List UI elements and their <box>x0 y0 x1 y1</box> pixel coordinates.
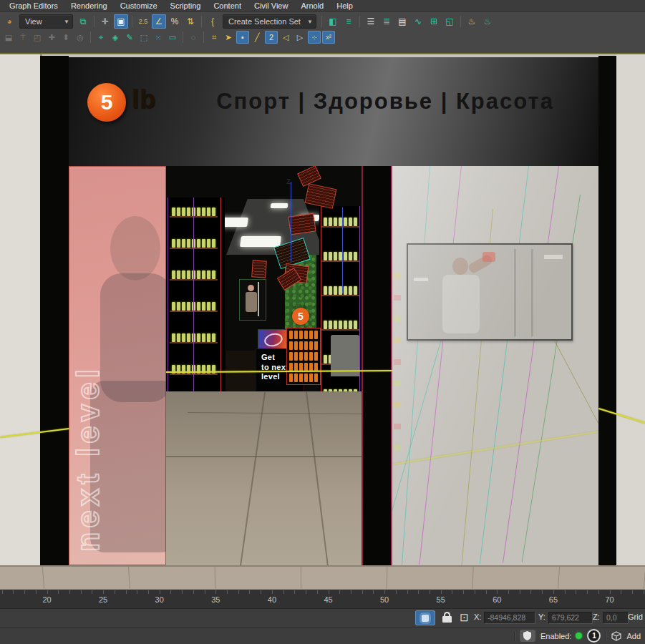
add-label[interactable]: Add <box>626 632 641 640</box>
product-bottle <box>177 302 180 311</box>
frame-label: 55 <box>437 595 445 604</box>
toolbar-separator <box>359 16 360 27</box>
product-bottle <box>329 321 332 329</box>
menu-item-civil-view[interactable]: Civil View <box>248 0 294 11</box>
render-iterative-icon[interactable]: ♨ <box>480 14 495 29</box>
toolbar-separator <box>321 16 322 27</box>
y-coord-field[interactable]: 679,622 <box>548 612 593 624</box>
edge-snap-icon[interactable]: ╱ <box>251 31 263 44</box>
menu-item-scripting[interactable]: Scripting <box>164 0 208 11</box>
snap-marker-icon[interactable]: ⌖ <box>94 31 107 44</box>
product-bottle <box>212 302 215 311</box>
crate[interactable] <box>251 260 267 278</box>
bind-icon[interactable]: ⬍ <box>59 31 72 44</box>
frame-tick <box>587 590 588 594</box>
product-bottle <box>314 352 318 361</box>
align-icon[interactable]: ≡ <box>341 14 356 29</box>
product-bottle <box>197 302 200 311</box>
z-coord-field[interactable]: 0,0 <box>603 612 629 624</box>
snaps-toggle-icon[interactable]: 2.5 <box>136 14 150 29</box>
crate[interactable] <box>305 183 337 209</box>
angle-snap-icon[interactable]: ∠ <box>152 14 166 29</box>
use-center-icon[interactable]: ⧉ <box>76 14 90 29</box>
circle-dots-icon[interactable]: ◌ <box>187 31 200 44</box>
curve-editor-icon[interactable]: ∿ <box>411 14 425 29</box>
spinner-snap-icon[interactable]: ⇅ <box>183 14 198 29</box>
schematic-view-icon[interactable]: ⊞ <box>427 14 441 29</box>
product-bottle <box>329 286 332 295</box>
region-select-icon[interactable]: ⬚ <box>137 31 150 44</box>
normal-snap-icon[interactable]: ◁ <box>279 31 292 44</box>
crate[interactable] <box>288 213 316 235</box>
layer-explorer-icon[interactable]: ☰ <box>364 14 378 29</box>
scene-explorer-icon[interactable]: ≣ <box>379 14 394 29</box>
midpoint-snap-icon[interactable]: 2 <box>265 31 278 44</box>
selection-lock-icon[interactable] <box>442 612 452 623</box>
menu-item-content[interactable]: Content <box>207 0 248 11</box>
mirror-icon[interactable]: ◧ <box>326 14 340 29</box>
frame-tick <box>632 590 633 594</box>
material-editor-icon[interactable]: ◱ <box>442 14 457 29</box>
link-icon[interactable]: ✚ <box>45 31 58 44</box>
product-bottle <box>309 331 313 339</box>
frame-tick <box>418 590 419 594</box>
isolate-selection-button[interactable] <box>415 610 435 625</box>
menu-item-rendering[interactable]: Rendering <box>64 0 114 11</box>
dots-grid-icon[interactable]: ⁙ <box>152 31 165 44</box>
snap-gizmo-icon[interactable]: ◈ <box>109 31 122 44</box>
frame-label: 65 <box>549 595 558 604</box>
frame-tick <box>36 590 37 594</box>
paint-select-icon[interactable]: ✎ <box>123 31 136 44</box>
product-bottle <box>299 374 303 382</box>
render-setup-icon[interactable]: ♨ <box>465 14 479 29</box>
hierarchy-icon[interactable]: ◰ <box>31 31 44 44</box>
notification-badge[interactable]: 1 <box>587 629 601 643</box>
product-bottle <box>182 302 185 311</box>
poster-text: Get to next level <box>70 166 106 565</box>
security-shield-icon[interactable] <box>520 630 535 642</box>
frame-label: 45 <box>324 595 332 604</box>
pointer-snap-icon[interactable]: ➤ <box>222 31 235 44</box>
select-and-place-icon[interactable]: ▣ <box>114 14 128 29</box>
percent-snap-icon[interactable]: % <box>168 14 182 29</box>
menu-item-customize[interactable]: Customize <box>114 0 164 11</box>
frame-tick <box>126 590 127 594</box>
interior-pillar <box>362 166 392 567</box>
snap-x2-icon[interactable]: x² <box>322 31 335 44</box>
select-and-move-icon[interactable]: ✛ <box>98 14 112 29</box>
glass-wall-right <box>392 166 598 567</box>
timeline-ruler[interactable]: 2025303540455055606570 <box>0 590 645 609</box>
transform-center-icon[interactable]: ⊡ <box>458 611 470 623</box>
workspace-icon[interactable]: ◕ <box>2 14 16 29</box>
frame-tick <box>227 590 228 594</box>
menu-item-arnold[interactable]: Arnold <box>294 0 330 11</box>
face-snap-icon[interactable]: ▷ <box>294 31 306 44</box>
product-bottle <box>187 333 190 342</box>
chevron-down-icon: ▼ <box>64 19 69 25</box>
sub-object-icon[interactable]: ⬓ <box>2 31 15 44</box>
glass-reflection <box>392 166 598 567</box>
frame-tick <box>238 590 239 594</box>
z-axis-label: z <box>286 176 291 186</box>
x-coord-field[interactable]: -84946,828 <box>484 612 535 624</box>
store-sign: 5 lb Спорт | Здоровье | Красота <box>69 57 598 168</box>
scene-cube-icon[interactable] <box>611 631 621 641</box>
ribbon-icon[interactable]: ▤ <box>395 14 409 29</box>
reference-coordinate-dropdown[interactable]: View▼ <box>19 14 73 29</box>
edit-named-selection-icon[interactable]: { <box>205 14 220 29</box>
capsule-icon[interactable]: ▭ <box>166 31 179 44</box>
storefront-frame-right <box>598 56 616 570</box>
pivot-icon[interactable]: ⍑ <box>16 31 29 44</box>
menu-item-graph-editors[interactable]: Graph Editors <box>3 0 64 11</box>
grid-snap-icon[interactable]: ⌗ <box>208 31 220 44</box>
product-bottle <box>182 270 185 279</box>
menu-item-help[interactable]: Help <box>330 0 359 11</box>
product-bottle <box>289 341 293 350</box>
product-bottle <box>304 341 308 350</box>
loop-icon[interactable]: ◎ <box>74 31 87 44</box>
viewport[interactable]: 5 lb Спорт | Здоровье | Красота Get to n… <box>0 54 645 590</box>
create-selection-set-dropdown[interactable]: Create Selection Set▼ <box>223 14 316 29</box>
snap-3d-icon[interactable]: ⁘ <box>308 31 321 44</box>
product-bottle <box>202 302 205 311</box>
vertex-snap-icon[interactable]: ▪ <box>236 31 249 44</box>
